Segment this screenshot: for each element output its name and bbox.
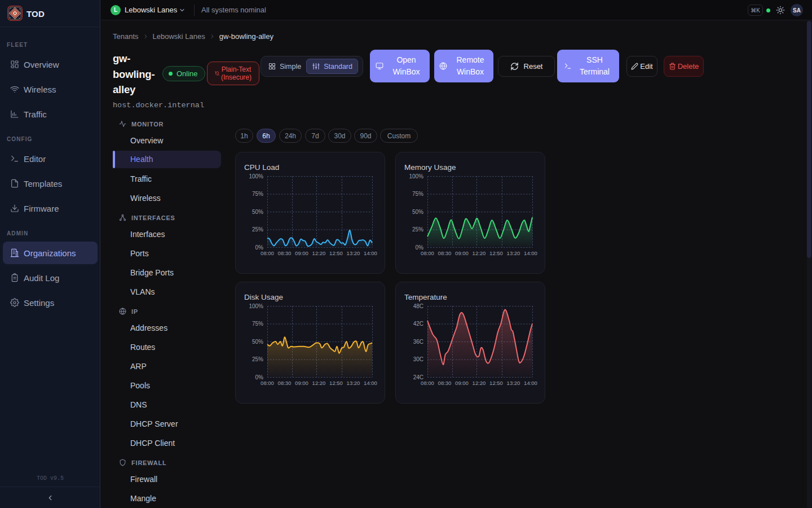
svg-text:36C: 36C — [413, 339, 423, 345]
svg-text:24C: 24C — [413, 374, 423, 380]
svg-text:13:20: 13:20 — [507, 380, 520, 386]
svg-text:50%: 50% — [412, 209, 423, 215]
svg-text:50%: 50% — [252, 209, 263, 215]
svg-text:75%: 75% — [252, 321, 263, 327]
svg-text:100%: 100% — [249, 303, 263, 309]
svg-text:14:00: 14:00 — [364, 250, 377, 256]
svg-text:08:30: 08:30 — [278, 380, 292, 386]
svg-text:09:00: 09:00 — [455, 380, 469, 386]
svg-text:13:20: 13:20 — [507, 250, 520, 256]
svg-text:08:30: 08:30 — [438, 380, 452, 386]
svg-text:08:00: 08:00 — [261, 250, 274, 256]
svg-text:12:50: 12:50 — [489, 380, 503, 386]
svg-text:48C: 48C — [413, 303, 423, 309]
svg-text:13:20: 13:20 — [347, 250, 360, 256]
svg-text:0%: 0% — [416, 244, 424, 251]
svg-text:14:00: 14:00 — [364, 380, 377, 386]
svg-text:0%: 0% — [255, 244, 264, 251]
svg-text:0%: 0% — [255, 374, 264, 380]
svg-text:25%: 25% — [252, 226, 263, 233]
svg-text:14:00: 14:00 — [524, 250, 537, 256]
svg-text:13:20: 13:20 — [347, 380, 360, 386]
svg-text:42C: 42C — [413, 321, 423, 327]
svg-text:25%: 25% — [252, 356, 263, 362]
svg-text:09:00: 09:00 — [455, 250, 469, 256]
svg-text:75%: 75% — [412, 191, 423, 197]
svg-text:09:00: 09:00 — [295, 250, 308, 256]
svg-text:12:20: 12:20 — [312, 380, 326, 386]
svg-text:14:00: 14:00 — [524, 380, 537, 386]
svg-text:08:30: 08:30 — [438, 250, 452, 256]
svg-text:50%: 50% — [252, 339, 263, 345]
svg-text:12:20: 12:20 — [473, 380, 486, 386]
svg-text:08:00: 08:00 — [421, 380, 434, 386]
svg-text:08:00: 08:00 — [261, 380, 274, 386]
svg-text:08:00: 08:00 — [421, 250, 434, 256]
svg-text:12:50: 12:50 — [329, 380, 343, 386]
svg-text:12:50: 12:50 — [329, 250, 343, 256]
svg-text:08:30: 08:30 — [278, 250, 292, 256]
svg-text:09:00: 09:00 — [295, 380, 308, 386]
svg-text:75%: 75% — [252, 191, 263, 197]
svg-text:30C: 30C — [413, 356, 423, 362]
svg-text:12:50: 12:50 — [489, 250, 503, 256]
svg-text:12:20: 12:20 — [473, 250, 486, 256]
svg-text:25%: 25% — [412, 226, 423, 233]
svg-text:100%: 100% — [409, 173, 423, 179]
svg-text:12:20: 12:20 — [312, 250, 326, 256]
svg-text:100%: 100% — [249, 173, 263, 179]
